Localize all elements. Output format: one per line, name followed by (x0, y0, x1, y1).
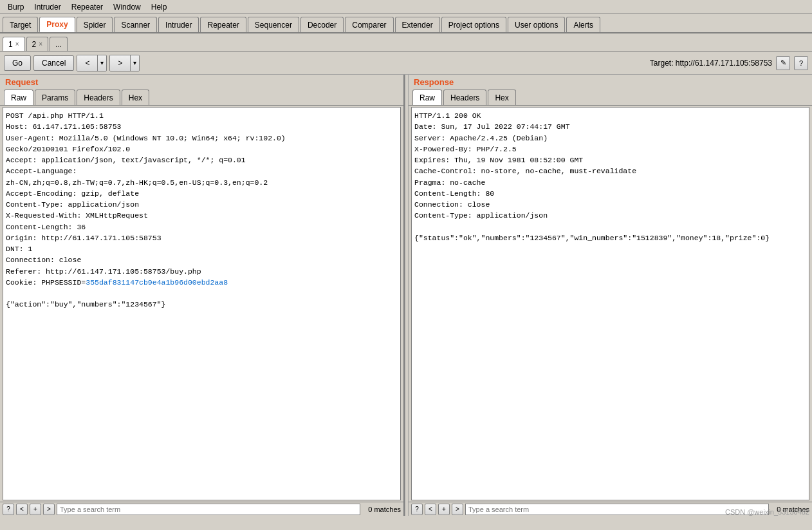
tab-alerts[interactable]: Alerts (566, 17, 600, 32)
response-text-area[interactable]: HTTP/1.1 200 OK Date: Sun, 17 Jul 2022 0… (411, 107, 809, 500)
menu-help[interactable]: Help (146, 1, 172, 13)
menu-burp[interactable]: Burp (3, 1, 29, 13)
tab-extender[interactable]: Extender (395, 17, 440, 32)
response-bottom-bar: ? < + > 0 matches (409, 502, 812, 516)
response-panel: Response Raw Headers Hex HTTP/1.1 200 OK… (409, 75, 812, 516)
cancel-button[interactable]: Cancel (33, 55, 74, 71)
request-help-icon[interactable]: ? (3, 504, 14, 515)
response-tab-hex[interactable]: Hex (488, 90, 515, 105)
menu-window[interactable]: Window (108, 1, 146, 13)
nav-fwd-button[interactable]: > (110, 55, 131, 71)
tab-repeater[interactable]: Repeater (200, 17, 246, 32)
main-split: Request Raw Params Headers Hex POST /api… (0, 75, 812, 516)
nav-back-group: < ▾ (77, 55, 107, 71)
tab-project-options[interactable]: Project options (441, 17, 506, 32)
top-tab-bar: Target Proxy Spider Scanner Intruder Rep… (0, 14, 812, 33)
nav-fwd-dropdown[interactable]: ▾ (131, 55, 139, 71)
nav-back-dropdown[interactable]: ▾ (98, 55, 106, 71)
edit-target-button[interactable]: ✎ (776, 56, 790, 70)
request-tab-headers[interactable]: Headers (77, 90, 120, 105)
response-tab-bar: Raw Headers Hex (409, 90, 812, 106)
tab-target[interactable]: Target (3, 17, 38, 32)
menu-bar: Burp Intruder Repeater Window Help (0, 0, 812, 14)
request-search-input[interactable] (57, 504, 360, 515)
request-tab-raw[interactable]: Raw (4, 90, 33, 105)
target-text: Target: http://61.147.171.105:58753 (650, 59, 772, 68)
target-label: Target: http://61.147.171.105:58753 ✎ ? (650, 56, 808, 70)
tab-decoder[interactable]: Decoder (300, 17, 344, 32)
response-search-prev[interactable]: < (425, 504, 436, 515)
request-text-area[interactable]: POST /api.php HTTP/1.1 Host: 61.147.171.… (3, 107, 401, 500)
menu-intruder[interactable]: Intruder (29, 1, 66, 13)
close-session-1-icon[interactable]: × (15, 41, 19, 48)
response-search-next-plus[interactable]: + (438, 504, 450, 515)
request-search-next[interactable]: > (43, 504, 55, 515)
response-tab-raw[interactable]: Raw (412, 90, 442, 105)
tab-comparer[interactable]: Comparer (345, 17, 393, 32)
request-tab-hex[interactable]: Hex (122, 90, 149, 105)
request-search-prev[interactable]: < (16, 504, 28, 515)
tab-proxy[interactable]: Proxy (39, 17, 75, 32)
request-search-next-plus[interactable]: + (30, 504, 41, 515)
go-button[interactable]: Go (4, 55, 31, 71)
help-button[interactable]: ? (794, 56, 808, 70)
tab-session-2[interactable]: 2 × (26, 37, 49, 51)
tab-session-1[interactable]: 1 × (3, 37, 25, 51)
response-search-next[interactable]: > (452, 504, 463, 515)
request-tab-params[interactable]: Params (35, 90, 75, 105)
tab-user-options[interactable]: User options (508, 17, 565, 32)
request-matches: 0 matches (362, 506, 401, 513)
close-session-2-icon[interactable]: × (39, 41, 42, 48)
response-title: Response (409, 75, 812, 90)
menu-repeater[interactable]: Repeater (66, 1, 108, 13)
response-help-icon[interactable]: ? (411, 504, 423, 515)
tab-spider[interactable]: Spider (77, 17, 113, 32)
response-tab-headers[interactable]: Headers (443, 90, 486, 105)
nav-fwd-group: > ▾ (109, 55, 140, 71)
response-matches: 0 matches (771, 506, 809, 513)
request-panel: Request Raw Params Headers Hex POST /api… (0, 75, 405, 516)
second-tab-bar: 1 × 2 × ... (0, 33, 812, 52)
nav-back-button[interactable]: < (77, 55, 98, 71)
request-bottom-bar: ? < + > 0 matches (0, 502, 403, 516)
tab-sequencer[interactable]: Sequencer (248, 17, 299, 32)
tab-intruder[interactable]: Intruder (158, 17, 199, 32)
request-title: Request (0, 75, 403, 90)
toolbar: Go Cancel < ▾ > ▾ Target: http://61.147.… (0, 52, 812, 75)
request-tab-bar: Raw Params Headers Hex (0, 90, 403, 106)
tab-scanner[interactable]: Scanner (114, 17, 157, 32)
response-search-input[interactable] (465, 504, 769, 515)
tab-session-more[interactable]: ... (50, 37, 68, 51)
